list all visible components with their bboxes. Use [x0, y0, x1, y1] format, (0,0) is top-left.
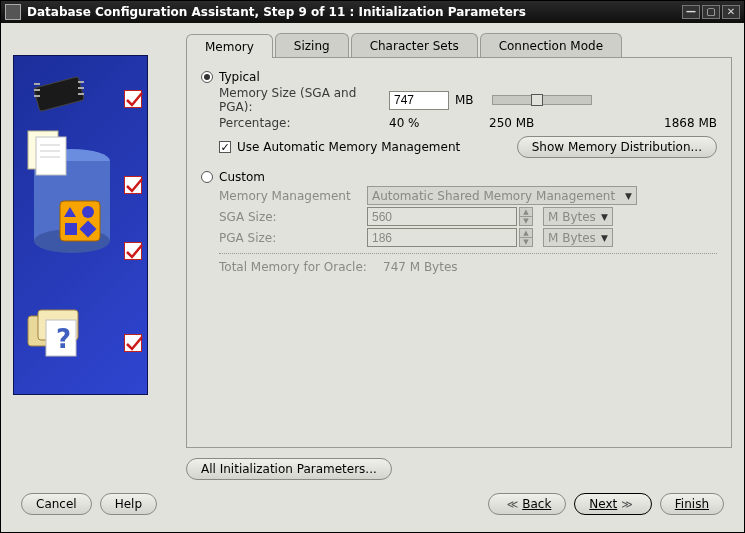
- sga-unit-value: M Bytes: [548, 210, 596, 224]
- svg-rect-18: [65, 223, 77, 235]
- percentage-value: 40 %: [389, 116, 489, 130]
- slider-mid-label: 250 MB: [489, 116, 579, 130]
- all-initialization-parameters-button[interactable]: All Initialization Parameters...: [186, 458, 392, 480]
- memory-size-unit: MB: [455, 93, 474, 107]
- next-button[interactable]: Next≫: [574, 493, 651, 515]
- step-check-icon: [124, 90, 142, 108]
- next-button-label: Next: [589, 497, 617, 511]
- minimize-button[interactable]: —: [682, 5, 700, 19]
- radio-typical-label: Typical: [219, 70, 260, 84]
- memory-panel: Typical Memory Size (SGA and PGA): MB Pe…: [186, 57, 732, 448]
- back-button[interactable]: ≪Back: [488, 493, 567, 515]
- radio-typical[interactable]: [201, 71, 213, 83]
- step-check-icon: [124, 334, 142, 352]
- memory-slider-knob[interactable]: [531, 94, 543, 106]
- memory-management-combo: Automatic Shared Memory Management ▼: [367, 186, 637, 205]
- pga-unit-value: M Bytes: [548, 231, 596, 245]
- tab-character-sets[interactable]: Character Sets: [351, 33, 478, 57]
- chevron-down-icon: ▼: [601, 212, 608, 222]
- footer-bar: Cancel Help ≪Back Next≫ Finish: [13, 480, 732, 528]
- window-title: Database Configuration Assistant, Step 9…: [27, 5, 680, 19]
- total-memory-value: 747 M Bytes: [383, 260, 458, 274]
- help-button[interactable]: Help: [100, 493, 157, 515]
- checkbox-auto-memory[interactable]: ✓: [219, 141, 231, 153]
- sga-size-label: SGA Size:: [219, 210, 367, 224]
- svg-rect-11: [36, 137, 66, 175]
- app-icon: [5, 4, 21, 20]
- finish-button[interactable]: Finish: [660, 493, 724, 515]
- tab-sizing[interactable]: Sizing: [275, 33, 349, 57]
- close-button[interactable]: ✕: [722, 5, 740, 19]
- window-titlebar: Database Configuration Assistant, Step 9…: [1, 1, 744, 23]
- checkbox-auto-memory-label: Use Automatic Memory Management: [237, 140, 460, 154]
- pga-unit-combo: M Bytes ▼: [543, 228, 613, 247]
- chevron-down-icon: ▼: [601, 233, 608, 243]
- memory-management-value: Automatic Shared Memory Management: [372, 189, 615, 203]
- tab-memory[interactable]: Memory: [186, 34, 273, 58]
- back-button-label: Back: [522, 497, 551, 511]
- memory-size-label: Memory Size (SGA and PGA):: [219, 86, 389, 114]
- memory-size-input[interactable]: [389, 91, 449, 110]
- pga-size-input: [367, 228, 517, 247]
- step-check-icon: [124, 242, 142, 260]
- svg-rect-0: [34, 76, 85, 111]
- chevron-down-icon: ▼: [625, 191, 632, 201]
- sga-spinner: ▲▼: [519, 207, 533, 226]
- radio-custom[interactable]: [201, 171, 213, 183]
- sga-size-input: [367, 207, 517, 226]
- total-memory-label: Total Memory for Oracle:: [219, 260, 383, 274]
- finish-button-label: Finish: [675, 497, 709, 511]
- svg-text:?: ?: [56, 324, 71, 354]
- maximize-button[interactable]: ▢: [702, 5, 720, 19]
- chevron-right-icon: ≫: [621, 498, 633, 511]
- tab-connection-mode[interactable]: Connection Mode: [480, 33, 622, 57]
- radio-custom-label: Custom: [219, 170, 265, 184]
- sga-unit-combo: M Bytes ▼: [543, 207, 613, 226]
- svg-point-17: [82, 206, 94, 218]
- percentage-label: Percentage:: [219, 116, 389, 130]
- pga-spinner: ▲▼: [519, 228, 533, 247]
- slider-max-label: 1868 MB: [579, 116, 717, 130]
- chevron-left-icon: ≪: [507, 498, 519, 511]
- show-memory-distribution-button[interactable]: Show Memory Distribution...: [517, 136, 717, 158]
- memory-management-label: Memory Management: [219, 189, 367, 203]
- tab-bar: Memory Sizing Character Sets Connection …: [186, 33, 732, 57]
- wizard-sidebar: ?: [13, 55, 148, 395]
- cancel-button[interactable]: Cancel: [21, 493, 92, 515]
- step-check-icon: [124, 176, 142, 194]
- memory-slider[interactable]: [492, 95, 592, 105]
- pga-size-label: PGA Size:: [219, 231, 367, 245]
